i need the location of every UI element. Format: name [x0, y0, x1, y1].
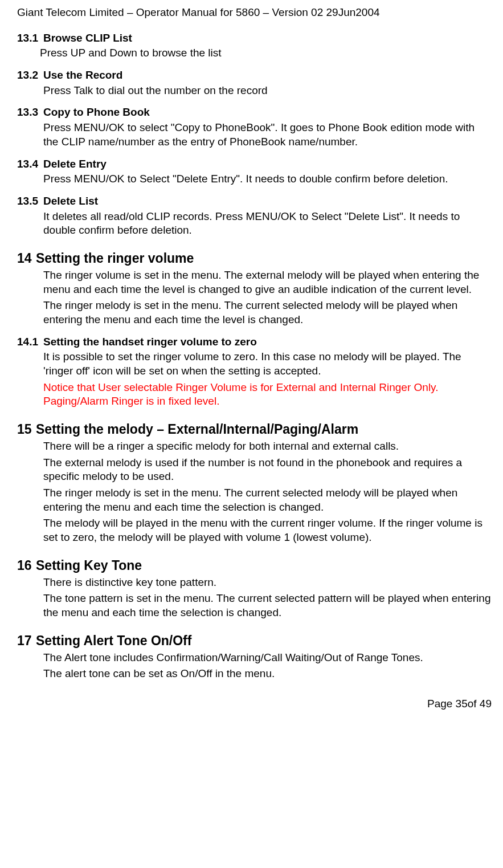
body-text: Press MENU/OK to select "Copy to PhoneBo…	[43, 121, 492, 149]
page-header: Giant Telecom Limited – Operator Manual …	[17, 6, 492, 20]
body-text: Press UP and Down to browse the list	[40, 46, 492, 60]
heading-text: Setting the handset ringer volume to zer…	[43, 335, 257, 349]
heading-number: 14.1	[17, 335, 43, 349]
heading-number: 15	[17, 421, 36, 438]
heading-number: 13.4	[17, 157, 43, 172]
heading-number: 13.5	[17, 194, 43, 209]
heading-17: 17 Setting Alert Tone On/Off	[17, 633, 492, 650]
heading-14: 14 Setting the ringer volume	[17, 250, 492, 267]
page-footer: Page 35of 49	[17, 697, 492, 711]
heading-13-1: 13.1 Browse CLIP List	[17, 31, 492, 46]
body-text: It deletes all read/old CLIP records. Pr…	[43, 210, 492, 238]
heading-text: Delete List	[43, 194, 98, 209]
heading-text: Delete Entry	[43, 157, 107, 172]
body-text: It is possible to set the ringer volume …	[43, 350, 492, 378]
body-text: The Alert tone includes Confirmation/War…	[43, 651, 492, 665]
notice-text: Notice that User selectable Ringer Volum…	[43, 381, 492, 409]
body-text: Press Talk to dial out the number on the…	[43, 84, 492, 98]
heading-16: 16 Setting Key Tone	[17, 557, 492, 574]
heading-text: Use the Record	[43, 68, 122, 83]
body-text: The melody will be played in the menu wi…	[43, 516, 492, 544]
heading-number: 13.3	[17, 105, 43, 120]
body-text: The alert tone can be set as On/Off in t…	[43, 667, 492, 681]
heading-13-4: 13.4 Delete Entry	[17, 157, 492, 172]
body-text: There will be a ringer a specific melody…	[43, 439, 492, 454]
heading-number: 13.2	[17, 68, 43, 83]
heading-text: Setting Alert Tone On/Off	[36, 633, 191, 650]
heading-text: Setting Key Tone	[36, 557, 142, 574]
heading-number: 14	[17, 250, 36, 267]
heading-15: 15 Setting the melody – External/Interna…	[17, 421, 492, 438]
heading-13-3: 13.3 Copy to Phone Book	[17, 105, 492, 120]
heading-14-1: 14.1 Setting the handset ringer volume t…	[17, 335, 492, 349]
heading-number: 13.1	[17, 31, 43, 46]
body-text: The ringer melody is set in the menu. Th…	[43, 299, 492, 327]
body-text: The tone pattern is set in the menu. The…	[43, 592, 492, 620]
heading-number: 16	[17, 557, 36, 574]
heading-text: Browse CLIP List	[43, 31, 132, 46]
body-text: The ringer volume is set in the menu. Th…	[43, 268, 492, 296]
heading-13-2: 13.2 Use the Record	[17, 68, 492, 83]
body-text: The external melody is used if the numbe…	[43, 456, 492, 484]
body-text: Press MENU/OK to Select "Delete Entry". …	[43, 172, 492, 186]
heading-13-5: 13.5 Delete List	[17, 194, 492, 209]
heading-number: 17	[17, 633, 36, 650]
body-text: There is distinctive key tone pattern.	[43, 576, 492, 590]
heading-text: Setting the melody – External/Internal/P…	[36, 421, 358, 438]
body-text: The ringer melody is set in the menu. Th…	[43, 486, 492, 514]
heading-text: Copy to Phone Book	[43, 105, 150, 120]
heading-text: Setting the ringer volume	[36, 250, 194, 267]
